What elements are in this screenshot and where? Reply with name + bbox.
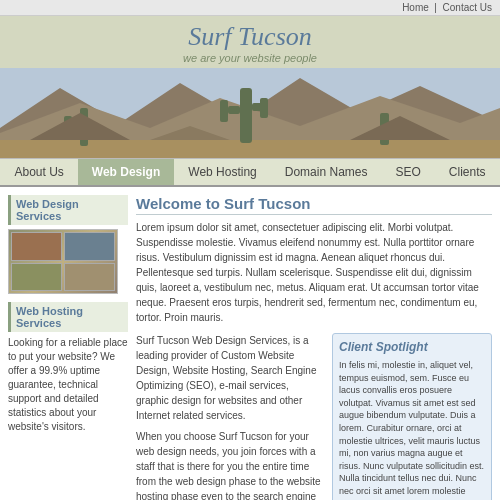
sidebar-webhosting: Web Hosting Services Looking for a relia… bbox=[8, 302, 128, 434]
hero-image bbox=[0, 68, 500, 158]
main-content: Web Design Services Web Hosting Services… bbox=[0, 187, 500, 500]
nav-domains[interactable]: Domain Names bbox=[271, 159, 382, 185]
thumb-1 bbox=[11, 232, 62, 261]
desert-scene bbox=[0, 68, 500, 158]
desc-paragraph-2: When you choose Surf Tucson for your web… bbox=[136, 429, 324, 500]
content-description: Surf Tucson Web Design Services, is a le… bbox=[136, 333, 324, 500]
sidebar-webhosting-title: Web Hosting Services bbox=[8, 302, 128, 332]
svg-rect-5 bbox=[228, 106, 240, 114]
thumb-4 bbox=[64, 263, 115, 292]
site-title: Surf Tucson bbox=[0, 22, 500, 52]
svg-rect-8 bbox=[260, 98, 268, 118]
svg-rect-4 bbox=[240, 88, 252, 143]
nav-seo[interactable]: SEO bbox=[381, 159, 434, 185]
sidebar-webdesign-image bbox=[8, 229, 118, 294]
content-columns: Surf Tucson Web Design Services, is a le… bbox=[136, 333, 492, 500]
sidebar: Web Design Services Web Hosting Services… bbox=[8, 195, 128, 500]
spotlight-heading: Client Spotlight bbox=[339, 340, 485, 354]
intro-paragraph: Lorem ipsum dolor sit amet, consectetuer… bbox=[136, 220, 492, 325]
content-area: Welcome to Surf Tucson Lorem ipsum dolor… bbox=[136, 195, 492, 500]
site-header: Surf Tucson we are your website people bbox=[0, 16, 500, 68]
sidebar-webdesign: Web Design Services bbox=[8, 195, 128, 294]
nav-clients[interactable]: Clients bbox=[435, 159, 500, 185]
svg-rect-6 bbox=[220, 100, 228, 122]
thumb-2 bbox=[64, 232, 115, 261]
nav-about[interactable]: About Us bbox=[0, 159, 77, 185]
thumb-3 bbox=[11, 263, 62, 292]
spotlight-quote: In felis mi, molestie in, aliquet vel, t… bbox=[339, 359, 485, 500]
nav-webhosting[interactable]: Web Hosting bbox=[174, 159, 270, 185]
home-link[interactable]: Home bbox=[402, 2, 429, 13]
client-spotlight-box: Client Spotlight In felis mi, molestie i… bbox=[332, 333, 492, 500]
contact-link[interactable]: Contact Us bbox=[443, 2, 492, 13]
sidebar-webhosting-text: Looking for a reliable place to put your… bbox=[8, 336, 128, 434]
welcome-heading: Welcome to Surf Tucson bbox=[136, 195, 492, 215]
site-tagline: we are your website people bbox=[0, 52, 500, 64]
desc-paragraph-1: Surf Tucson Web Design Services, is a le… bbox=[136, 333, 324, 423]
sidebar-webdesign-title: Web Design Services bbox=[8, 195, 128, 225]
top-bar: Home | Contact Us bbox=[0, 0, 500, 16]
nav-webdesign[interactable]: Web Design bbox=[78, 159, 174, 185]
main-nav: About Us Web Design Web Hosting Domain N… bbox=[0, 158, 500, 187]
